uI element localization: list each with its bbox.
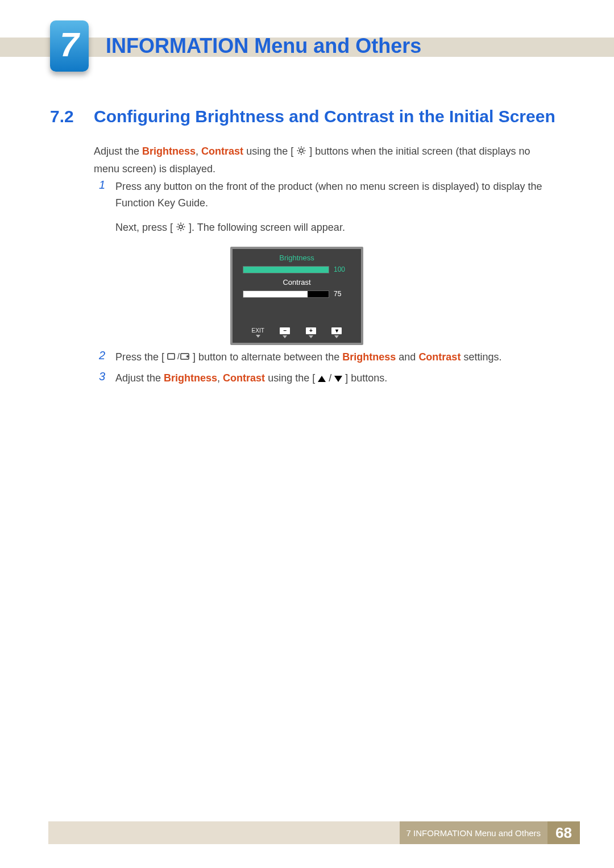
osd-exit-label: EXIT bbox=[252, 327, 264, 334]
intro-text: , bbox=[196, 146, 201, 157]
osd-down-button: ▾ bbox=[331, 327, 342, 338]
osd-minus-button: − bbox=[280, 327, 290, 338]
svg-line-17 bbox=[183, 223, 184, 225]
svg-line-5 bbox=[298, 148, 300, 149]
keyword-contrast: Contrast bbox=[418, 351, 460, 363]
up-arrow-icon bbox=[318, 376, 326, 382]
plus-icon: + bbox=[306, 327, 316, 334]
svg-line-8 bbox=[304, 148, 305, 149]
osd-brightness-fill bbox=[243, 267, 329, 273]
pointer-icon bbox=[309, 335, 313, 338]
svg-line-14 bbox=[178, 223, 179, 225]
svg-rect-18 bbox=[168, 354, 175, 359]
step-text: settings. bbox=[463, 351, 501, 363]
osd-contrast-label: Contrast bbox=[233, 278, 361, 286]
step-text: ] button to alternate between the bbox=[193, 351, 342, 363]
chapter-title: INFORMATION Menu and Others bbox=[106, 34, 421, 58]
step-text: , bbox=[217, 372, 223, 384]
svg-point-9 bbox=[179, 225, 182, 229]
step-2: 2 Press the [ / ] button to alternate be… bbox=[94, 349, 549, 366]
step-1: 1 Press any button on the front of the p… bbox=[94, 178, 549, 240]
osd-exit-button: EXIT bbox=[252, 327, 264, 338]
step-number: 2 bbox=[94, 349, 105, 366]
svg-line-7 bbox=[298, 153, 300, 154]
keyword-brightness: Brightness bbox=[142, 146, 196, 157]
pointer-icon bbox=[256, 335, 260, 338]
svg-text:/: / bbox=[177, 352, 180, 360]
osd-contrast-value: 75 bbox=[334, 290, 351, 298]
brightness-icon bbox=[296, 144, 306, 161]
osd-button-row: EXIT − + ▾ bbox=[233, 327, 361, 338]
keyword-contrast: Contrast bbox=[223, 372, 265, 384]
step-text: using the [ bbox=[268, 372, 315, 384]
step-text: ] buttons. bbox=[345, 372, 387, 384]
step-text: Next, press [ bbox=[115, 222, 173, 233]
pointer-icon bbox=[334, 335, 339, 338]
osd-plus-button: + bbox=[306, 327, 316, 338]
svg-line-6 bbox=[304, 153, 305, 154]
step-text: ]. The following screen will appear. bbox=[189, 222, 345, 233]
source-toggle-icon: / bbox=[167, 351, 193, 363]
pointer-icon bbox=[283, 335, 287, 338]
osd-brightness-label: Brightness bbox=[233, 254, 361, 262]
section-title: Configuring Brightness and Contrast in t… bbox=[94, 107, 555, 126]
osd-brightness-value: 100 bbox=[334, 265, 351, 273]
svg-line-16 bbox=[178, 229, 179, 230]
page-number: 68 bbox=[547, 821, 580, 844]
brightness-icon bbox=[176, 221, 186, 237]
osd-contrast-bar bbox=[243, 290, 329, 298]
footer-label: 7 INFORMATION Menu and Others bbox=[400, 821, 547, 844]
chapter-banner: 7 INFORMATION Menu and Others bbox=[0, 20, 614, 57]
step-number: 3 bbox=[94, 370, 105, 387]
chapter-number-tab: 7 bbox=[50, 20, 89, 72]
keyword-brightness: Brightness bbox=[164, 372, 217, 384]
svg-line-15 bbox=[183, 229, 184, 230]
footer-spacer bbox=[48, 821, 400, 844]
intro-paragraph: Adjust the Brightness, Contrast using th… bbox=[94, 143, 549, 177]
intro-text: Adjust the bbox=[94, 146, 142, 157]
step-number: 1 bbox=[94, 178, 105, 236]
step-3: 3 Adjust the Brightness, Contrast using … bbox=[94, 370, 549, 387]
keyword-brightness: Brightness bbox=[342, 351, 396, 363]
slash: / bbox=[329, 372, 334, 384]
step-text: Press the [ bbox=[115, 351, 164, 363]
down-icon: ▾ bbox=[331, 327, 342, 334]
minus-icon: − bbox=[280, 327, 290, 334]
down-arrow-icon bbox=[334, 376, 342, 382]
osd-panel: Brightness 100 Contrast 75 EXIT − + ▾ bbox=[230, 247, 363, 345]
svg-point-0 bbox=[300, 149, 303, 152]
step-text: Press any button on the front of the pro… bbox=[115, 178, 549, 211]
osd-brightness-bar bbox=[243, 266, 329, 273]
step-text: Adjust the bbox=[115, 372, 164, 384]
steps-2-3: 2 Press the [ / ] button to alternate be… bbox=[94, 349, 549, 390]
section-number: 7.2 bbox=[50, 107, 74, 126]
page-footer: 7 INFORMATION Menu and Others 68 bbox=[48, 821, 580, 844]
keyword-contrast: Contrast bbox=[201, 146, 243, 157]
osd-contrast-fill bbox=[243, 291, 308, 297]
step-text: and bbox=[399, 351, 418, 363]
intro-text: using the [ bbox=[246, 146, 293, 157]
